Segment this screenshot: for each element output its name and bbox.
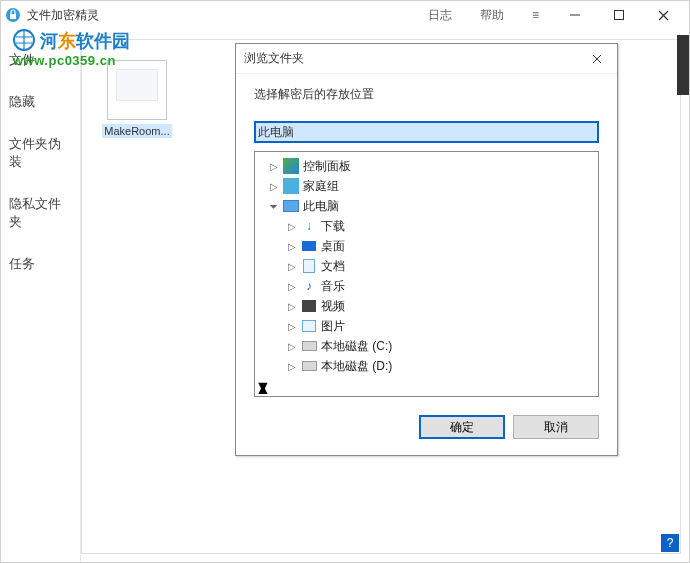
tree-node-drive-d[interactable]: ▷ 本地磁盘 (D:) bbox=[281, 356, 596, 376]
sidebar-item-private-folder[interactable]: 隐私文件夹 bbox=[1, 183, 80, 243]
path-input[interactable] bbox=[254, 121, 599, 143]
collapse-icon[interactable]: ⏷ bbox=[267, 201, 281, 212]
file-thumbnail-icon bbox=[107, 60, 167, 120]
expand-icon[interactable]: ▷ bbox=[267, 181, 281, 192]
expand-icon[interactable]: ▷ bbox=[285, 301, 299, 312]
scroll-down-icon[interactable]: ▼ bbox=[255, 378, 598, 396]
svg-rect-3 bbox=[615, 11, 624, 20]
tree-scrollbar[interactable]: ▲ ▼ bbox=[255, 380, 598, 397]
tree-node-downloads[interactable]: ▷ ↓ 下载 bbox=[281, 216, 596, 236]
control-panel-icon bbox=[283, 158, 299, 174]
browse-folder-dialog: 浏览文件夹 选择解密后的存放位置 ▷ 控制面板 ▷ 家庭组 ⏷ bbox=[235, 43, 618, 456]
computer-icon bbox=[283, 198, 299, 214]
dialog-close-button[interactable] bbox=[585, 51, 609, 67]
music-icon: ♪ bbox=[301, 278, 317, 294]
drive-icon bbox=[301, 338, 317, 354]
ok-button[interactable]: 确定 bbox=[419, 415, 505, 439]
drive-icon bbox=[301, 358, 317, 374]
sidebar: 文件 隐藏 文件夹伪装 隐私文件夹 任务 bbox=[1, 39, 81, 562]
file-label: MakeRoom... bbox=[102, 124, 172, 138]
maximize-button[interactable] bbox=[597, 1, 641, 29]
tree-node-desktop[interactable]: ▷ 桌面 bbox=[281, 236, 596, 256]
tree-node-control-panel[interactable]: ▷ 控制面板 bbox=[263, 156, 596, 176]
tree-node-drive-c[interactable]: ▷ 本地磁盘 (C:) bbox=[281, 336, 596, 356]
tree-node-home-group[interactable]: ▷ 家庭组 bbox=[263, 176, 596, 196]
cancel-button[interactable]: 取消 bbox=[513, 415, 599, 439]
menu-help[interactable]: 帮助 bbox=[466, 7, 518, 24]
app-title: 文件加密精灵 bbox=[27, 7, 99, 24]
titlebar: 文件加密精灵 日志 帮助 ≡ bbox=[1, 1, 689, 29]
dialog-titlebar[interactable]: 浏览文件夹 bbox=[236, 44, 617, 74]
expand-icon[interactable]: ▷ bbox=[285, 361, 299, 372]
expand-icon[interactable]: ▷ bbox=[285, 221, 299, 232]
sidebar-item-folder-disguise[interactable]: 文件夹伪装 bbox=[1, 123, 80, 183]
documents-icon bbox=[301, 258, 317, 274]
tree-node-documents[interactable]: ▷ 文档 bbox=[281, 256, 596, 276]
tree-node-videos[interactable]: ▷ 视频 bbox=[281, 296, 596, 316]
dialog-prompt: 选择解密后的存放位置 bbox=[254, 86, 599, 103]
expand-icon[interactable]: ▷ bbox=[285, 321, 299, 332]
expand-icon[interactable]: ▷ bbox=[285, 261, 299, 272]
menu-hamburger-icon[interactable]: ≡ bbox=[518, 8, 553, 22]
sidebar-item-tasks[interactable]: 任务 bbox=[1, 243, 80, 285]
menu-log[interactable]: 日志 bbox=[414, 7, 466, 24]
minimize-button[interactable] bbox=[553, 1, 597, 29]
sidebar-item-hide[interactable]: 隐藏 bbox=[1, 81, 80, 123]
file-item[interactable]: MakeRoom... bbox=[102, 60, 172, 138]
close-button[interactable] bbox=[641, 1, 685, 29]
app-lock-icon bbox=[5, 7, 21, 23]
window-scrollbar[interactable] bbox=[677, 35, 689, 95]
expand-icon[interactable]: ▷ bbox=[285, 281, 299, 292]
tree-node-music[interactable]: ▷ ♪ 音乐 bbox=[281, 276, 596, 296]
home-group-icon bbox=[283, 178, 299, 194]
videos-icon bbox=[301, 298, 317, 314]
svg-rect-1 bbox=[10, 14, 16, 19]
downloads-icon: ↓ bbox=[301, 218, 317, 234]
sidebar-item-file[interactable]: 文件 bbox=[1, 39, 80, 81]
desktop-icon bbox=[301, 238, 317, 254]
pictures-icon bbox=[301, 318, 317, 334]
expand-icon[interactable]: ▷ bbox=[285, 341, 299, 352]
help-button[interactable]: ? bbox=[661, 534, 679, 552]
expand-icon[interactable]: ▷ bbox=[267, 161, 281, 172]
tree-node-pictures[interactable]: ▷ 图片 bbox=[281, 316, 596, 336]
dialog-title: 浏览文件夹 bbox=[244, 50, 304, 67]
tree-node-this-pc[interactable]: ⏷ 此电脑 bbox=[263, 196, 596, 216]
folder-tree[interactable]: ▷ 控制面板 ▷ 家庭组 ⏷ 此电脑 ▷ ↓ 下载 bbox=[254, 151, 599, 397]
expand-icon[interactable]: ▷ bbox=[285, 241, 299, 252]
